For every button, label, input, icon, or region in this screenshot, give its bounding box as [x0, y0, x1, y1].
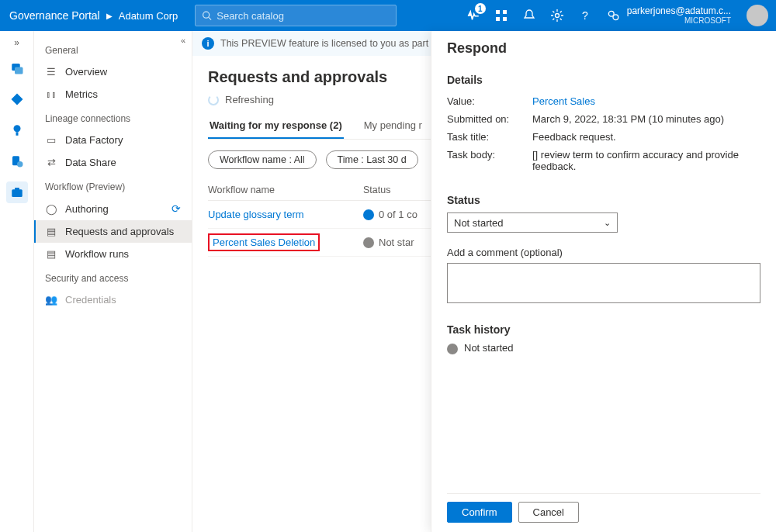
- share-icon: ⇄: [45, 157, 57, 168]
- help-icon[interactable]: ?: [571, 0, 599, 31]
- nav-authoring[interactable]: ◯Authoring⟳: [34, 197, 192, 220]
- svg-rect-16: [12, 189, 23, 197]
- user-email: parkerjones@adatum.c...: [627, 5, 731, 16]
- search-box[interactable]: [195, 5, 397, 26]
- account-block[interactable]: parkerjones@adatum.c... MICROSOFT: [627, 5, 739, 26]
- svg-point-9: [613, 15, 618, 20]
- svg-rect-4: [496, 17, 500, 21]
- svg-rect-3: [503, 10, 507, 14]
- tab-pending[interactable]: My pending r: [362, 113, 424, 139]
- confirm-button[interactable]: Confirm: [447, 502, 512, 523]
- svg-rect-17: [15, 188, 19, 190]
- bell-icon[interactable]: [515, 0, 543, 31]
- top-bar: Governance Portal ▶ Adatum Corp 1 ? park…: [0, 0, 776, 31]
- section-workflow: Workflow (Preview): [34, 174, 192, 197]
- org-name[interactable]: Adatum Corp: [119, 10, 178, 22]
- side-nav: « General ☰Overview ⫾⫾Metrics Lineage co…: [34, 31, 192, 532]
- chevron-right-icon: ▶: [106, 12, 113, 20]
- svg-point-15: [17, 161, 23, 168]
- svg-point-6: [555, 14, 559, 18]
- value-label: Value:: [447, 95, 532, 107]
- banner-text: This PREVIEW feature is licensed to you …: [220, 38, 447, 49]
- chevron-down-icon: ⌄: [604, 218, 611, 228]
- factory-icon: ▭: [45, 134, 57, 146]
- nav-data-factory[interactable]: ▭Data Factory: [34, 129, 192, 151]
- row-link[interactable]: Percent Sales Deletion: [213, 237, 315, 248]
- feedback-icon[interactable]: [599, 0, 627, 31]
- filter-workflow[interactable]: Workflow name : All: [208, 150, 317, 169]
- collapse-icon[interactable]: «: [181, 36, 185, 45]
- svg-line-1: [209, 17, 211, 19]
- doc-icon: ▤: [45, 226, 57, 237]
- submitted-value: March 9, 2022, 18:31 PM (10 minutes ago): [532, 113, 760, 125]
- tenant-name: MICROSOFT: [627, 16, 731, 26]
- comment-label: Add a comment (optional): [447, 247, 760, 258]
- notif-badge: 1: [475, 3, 486, 14]
- status-select-value: Not started: [454, 217, 504, 229]
- task-title-label: Task title:: [447, 131, 532, 143]
- nav-credentials[interactable]: 👥Credentials: [34, 288, 192, 311]
- cycle-icon: ◯: [45, 203, 57, 215]
- status-select[interactable]: Not started ⌄: [447, 212, 618, 233]
- comment-textarea[interactable]: [447, 263, 760, 303]
- nav-requests[interactable]: ▤Requests and approvals: [34, 220, 192, 243]
- svg-rect-2: [496, 10, 500, 14]
- tab-waiting[interactable]: Waiting for my response (2): [208, 113, 344, 139]
- svg-text:?: ?: [582, 9, 588, 22]
- task-body-value: [] review term to confirm accuracy and p…: [532, 149, 760, 172]
- row-link[interactable]: Update glossary term: [208, 209, 304, 220]
- task-body-label: Task body:: [447, 149, 532, 172]
- section-security: Security and access: [34, 265, 192, 288]
- refresh-icon[interactable]: ⟳: [171, 202, 181, 215]
- panel-title: Respond: [447, 40, 760, 57]
- rail-management-icon[interactable]: [6, 181, 28, 203]
- svg-point-0: [203, 12, 210, 18]
- gear-icon[interactable]: [543, 0, 571, 31]
- chart-icon: ⫾⫾: [45, 88, 57, 100]
- search-icon: [202, 10, 212, 21]
- diagnostics-icon[interactable]: 1: [459, 0, 487, 31]
- nav-metrics[interactable]: ⫾⫾Metrics: [34, 83, 192, 105]
- details-heading: Details: [447, 74, 760, 86]
- value-link[interactable]: Percent Sales: [532, 95, 760, 107]
- left-rail: »: [0, 31, 34, 532]
- breadcrumb: Governance Portal ▶ Adatum Corp: [0, 9, 187, 22]
- avatar[interactable]: [747, 5, 768, 26]
- rail-map-icon[interactable]: [6, 88, 28, 110]
- rail-policy-icon[interactable]: [6, 150, 28, 172]
- nav-data-share[interactable]: ⇄Data Share: [34, 151, 192, 174]
- nav-runs[interactable]: ▤Workflow runs: [34, 243, 192, 265]
- runs-icon: ▤: [45, 248, 57, 260]
- svg-rect-5: [503, 17, 507, 21]
- section-general: General: [34, 37, 192, 60]
- history-heading: Task history: [447, 323, 760, 336]
- task-title-value: Feedback request.: [532, 131, 760, 143]
- info-icon: i: [202, 37, 214, 50]
- history-item: Not started: [447, 342, 760, 354]
- submitted-label: Submitted on:: [447, 113, 532, 125]
- spinner-icon: [208, 95, 219, 105]
- portal-name[interactable]: Governance Portal: [9, 9, 100, 22]
- list-icon: ☰: [45, 66, 57, 78]
- expand-icon[interactable]: »: [14, 37, 19, 48]
- rail-insights-icon[interactable]: [6, 119, 28, 141]
- filter-time[interactable]: Time : Last 30 d: [326, 150, 418, 169]
- people-icon: 👥: [45, 294, 57, 306]
- status-dot-icon: [363, 237, 374, 248]
- col-status: Status: [363, 185, 441, 195]
- svg-rect-11: [15, 67, 23, 74]
- apps-icon[interactable]: [487, 0, 515, 31]
- status-heading: Status: [447, 194, 760, 206]
- nav-overview[interactable]: ☰Overview: [34, 60, 192, 83]
- rail-sources-icon[interactable]: [6, 57, 28, 79]
- respond-panel: Respond Details Value:Percent Sales Subm…: [431, 31, 776, 532]
- cancel-button[interactable]: Cancel: [518, 502, 579, 523]
- svg-point-12: [13, 125, 20, 132]
- status-dot-icon: [363, 209, 374, 220]
- status-dot-icon: [447, 344, 458, 354]
- col-workflow: Workflow name: [208, 185, 363, 195]
- search-input[interactable]: [217, 10, 390, 22]
- svg-rect-13: [16, 132, 18, 136]
- section-lineage: Lineage connections: [34, 105, 192, 129]
